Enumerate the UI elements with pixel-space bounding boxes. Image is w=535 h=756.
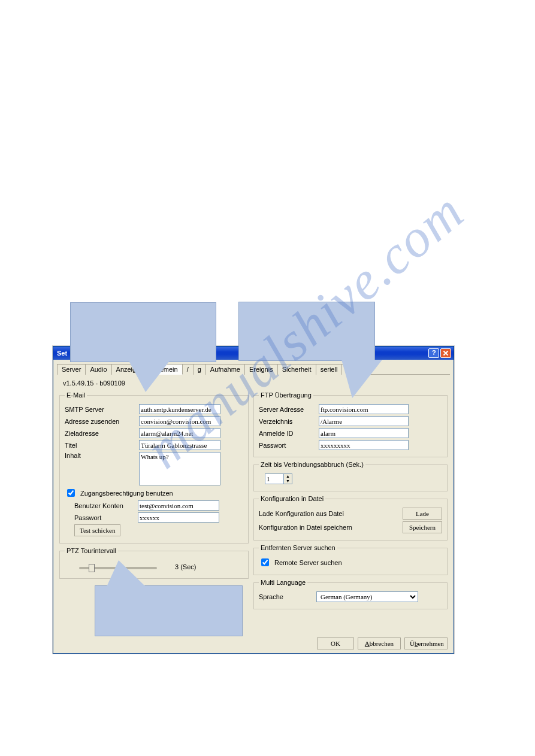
- callout-box-2: [238, 302, 375, 361]
- tab-strip: Server Audio Anzeige Allgemein / g Aufna…: [57, 363, 450, 375]
- ftp-server-input[interactable]: [319, 404, 409, 414]
- ftp-pw-input[interactable]: [319, 440, 409, 450]
- tab-aufnahme[interactable]: Aufnahme: [205, 364, 245, 375]
- ftp-group: FTP Übertragung Server Adresse Verzeichn…: [253, 391, 448, 457]
- config-load-button[interactable]: Lade: [403, 508, 442, 520]
- tab-audio[interactable]: Audio: [85, 364, 111, 375]
- title-input[interactable]: [139, 440, 220, 450]
- remote-group: Entfernten Server suchen Remote Server s…: [253, 544, 448, 575]
- lang-group: Multi Language Sprache German (Germany): [253, 579, 448, 609]
- callout-tail-2: [341, 360, 382, 398]
- user-label: Benutzer Konten: [74, 502, 134, 509]
- email-legend: E-Mail: [65, 391, 87, 399]
- ptz-legend: PTZ Tourintervall: [65, 547, 118, 554]
- tab-obscured-1[interactable]: /: [182, 364, 194, 375]
- cancel-label-rest: bbrechen: [370, 640, 394, 647]
- ftp-server-label: Server Adresse: [259, 406, 315, 413]
- email-pw-label: Passwort: [74, 514, 134, 521]
- remote-checkbox[interactable]: [261, 558, 269, 566]
- callout-box-3: [95, 585, 243, 636]
- email-pw-input[interactable]: [138, 512, 219, 523]
- config-load-text: Lade Konfiguration aus Datei: [259, 510, 344, 517]
- lang-select[interactable]: German (Germany): [316, 591, 418, 602]
- callout-tail-1: [129, 361, 170, 392]
- config-save-text: Konfiguration in Datei speichern: [259, 524, 352, 531]
- smtp-label: SMTP Server: [65, 406, 135, 413]
- timeout-spinner[interactable]: ▲ ▼: [265, 473, 292, 484]
- ftp-login-input[interactable]: [319, 428, 409, 438]
- ftp-dir-label: Verzeichnis: [259, 418, 315, 425]
- lang-legend: Multi Language: [259, 579, 307, 586]
- auth-checkbox-label: Zugangsberechtigung benutzen: [80, 490, 173, 497]
- content-textarea[interactable]: [139, 452, 220, 485]
- callout-box-1: [70, 302, 216, 362]
- version-label: v1.5.49.15 - b090109: [63, 379, 450, 387]
- tab-sicherheit[interactable]: Sicherheit: [277, 364, 316, 375]
- timeout-input[interactable]: [265, 474, 283, 484]
- target-addr-input[interactable]: [139, 428, 220, 438]
- config-group: Konfiguration in Datei Lade Konfiguratio…: [253, 495, 448, 541]
- test-send-button[interactable]: Test schicken: [74, 524, 120, 536]
- tab-seriell[interactable]: seriell: [316, 364, 343, 375]
- target-addr-label: Zieladresse: [65, 430, 135, 437]
- tab-ereignis[interactable]: Ereignis: [244, 364, 278, 375]
- spin-up-icon[interactable]: ▲: [283, 474, 292, 479]
- config-legend: Konfiguration in Datei: [259, 495, 325, 502]
- title-label: Titel: [65, 442, 135, 449]
- ftp-legend: FTP Übertragung: [259, 391, 313, 399]
- tab-obscured-2[interactable]: g: [193, 364, 206, 375]
- spin-down-icon[interactable]: ▼: [283, 479, 292, 484]
- window-title: Set: [57, 350, 67, 357]
- tab-server[interactable]: Server: [57, 364, 86, 375]
- send-addr-input[interactable]: [139, 416, 220, 426]
- ptz-value: 3 (Sec): [175, 563, 196, 570]
- help-button[interactable]: [428, 348, 439, 358]
- send-addr-label: Adresse zusenden: [65, 418, 135, 425]
- remote-checkbox-label: Remote Server suchen: [274, 559, 342, 566]
- apply-button[interactable]: Übernehmen: [404, 637, 448, 649]
- content-label: Inhalt: [65, 452, 135, 459]
- callout-tail-3: [107, 560, 146, 587]
- ftp-pw-label: Passwort: [259, 442, 315, 449]
- smtp-input[interactable]: [139, 404, 220, 414]
- auth-checkbox[interactable]: [67, 489, 75, 497]
- ftp-login-label: Anmelde ID: [259, 430, 315, 437]
- email-group: E-Mail SMTP Server Adresse zusenden Ziel…: [59, 391, 249, 544]
- timeout-legend: Zeit bis Verbindungsabbruch (Sek.): [259, 461, 365, 468]
- ok-button[interactable]: OK: [317, 637, 354, 649]
- lang-label: Sprache: [259, 593, 313, 600]
- remote-legend: Entfernten Server suchen: [259, 544, 337, 551]
- cancel-button[interactable]: Abbrechen: [358, 637, 401, 649]
- ptz-slider-thumb[interactable]: [89, 564, 95, 572]
- ftp-dir-input[interactable]: [319, 416, 409, 426]
- user-input[interactable]: [138, 500, 219, 511]
- timeout-group: Zeit bis Verbindungsabbruch (Sek.) ▲ ▼: [253, 461, 448, 491]
- ptz-group: PTZ Tourintervall 3 (Sec): [59, 547, 249, 579]
- close-button[interactable]: [440, 348, 451, 358]
- config-save-button[interactable]: Speichern: [403, 521, 442, 533]
